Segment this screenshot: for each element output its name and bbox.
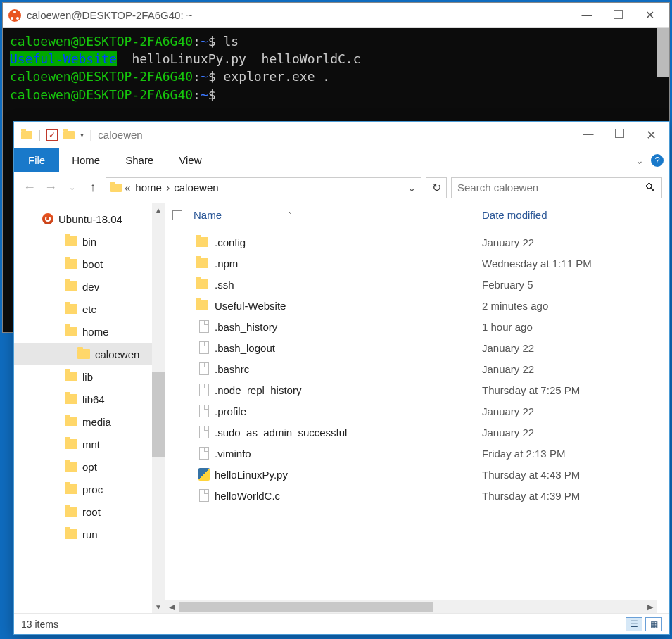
tree-item[interactable]: dev [14,275,165,298]
list-item[interactable]: .profileJanuary 22 [172,400,669,422]
column-name[interactable]: Name ˄ [194,209,482,221]
breadcrumb-segment[interactable]: home [135,182,162,194]
tree-item[interactable]: mnt [14,433,165,455]
file-name: .bashrc [215,363,482,375]
select-all-checkbox[interactable] [172,210,194,220]
list-item[interactable]: .bash_history1 hour ago [172,316,669,337]
scroll-right-button[interactable]: ▶ [644,602,657,612]
file-name: helloLinuxPy.py [215,469,482,481]
list-item[interactable]: helloLinuxPy.pyThursday at 4:43 PM [172,464,669,485]
list-item[interactable]: .node_repl_historyThursday at 7:25 PM [172,379,669,400]
tree-item[interactable]: opt [14,455,165,478]
ribbon-file-tab[interactable]: File [14,148,59,172]
list-item[interactable]: .sudo_as_admin_successfulJanuary 22 [172,422,669,443]
list-item[interactable]: .bashrcJanuary 22 [172,358,669,379]
list-header[interactable]: Name ˄ Date modified [165,203,669,227]
tree-item[interactable]: home [14,320,165,343]
details-view-button[interactable]: ☰ [626,617,642,631]
file-icon [199,447,209,460]
file-name: .ssh [215,279,482,291]
tree-scrollbar-thumb[interactable] [152,372,165,457]
tree-scroll-down[interactable]: ▼ [152,600,165,613]
file-name: .profile [215,405,482,417]
scroll-thumb[interactable] [179,602,433,612]
tree-item-selected[interactable]: caloewen [14,343,165,365]
tree-item[interactable]: etc [14,298,165,320]
tree-label: Ubuntu-18.04 [58,213,122,225]
tree-item[interactable]: boot [14,253,165,275]
nav-history-dropdown[interactable]: ⌄ [63,183,80,192]
search-box[interactable]: 🔍︎ [451,177,662,198]
folder-tree[interactable]: ▲ ▼ Ubuntu-18.04 bin boot dev etc home c… [14,203,165,613]
column-date[interactable]: Date modified [482,209,669,221]
ribbon-view-tab[interactable]: View [166,148,214,172]
tree-item-ubuntu[interactable]: Ubuntu-18.04 [14,208,165,230]
tree-label: mnt [82,438,100,450]
folder-icon [196,237,208,247]
tree-scroll-up[interactable]: ▲ [152,203,165,216]
folder-icon [65,484,77,494]
python-file-icon [198,468,210,481]
list-item[interactable]: Useful-Website2 minutes ago [172,295,669,316]
tree-item[interactable]: root [14,500,165,523]
address-bar[interactable]: home caloewen ⌄ [106,177,421,198]
refresh-button[interactable]: ↻ [426,177,447,198]
file-name: helloWorldC.c [215,490,482,502]
maximize-button[interactable] [614,10,623,19]
tree-item[interactable]: run [14,523,165,545]
list-item[interactable]: .npmWednesday at 1:11 PM [172,253,669,274]
ribbon-share-tab[interactable]: Share [113,148,166,172]
nav-up-button[interactable]: ↑ [84,180,101,195]
breadcrumb-root-icon[interactable] [122,182,133,194]
quick-access-dropdown-icon[interactable]: ▾ [80,131,84,139]
tree-item[interactable]: media [14,410,165,433]
file-date: Wednesday at 1:11 PM [482,258,669,270]
tree-label: etc [82,303,96,315]
tree-item[interactable]: proc [14,478,165,500]
ribbon-collapse-icon[interactable]: ⌄ [635,155,644,166]
ribbon-home-tab[interactable]: Home [59,148,113,172]
file-date: February 5 [482,279,669,291]
folder-icon [63,131,75,139]
breadcrumb-segment[interactable]: caloewen [174,182,218,194]
maximize-button[interactable] [615,129,624,138]
status-text: 13 items [21,619,58,630]
file-date: January 22 [482,426,669,438]
folder-icon [21,131,32,139]
search-input[interactable] [457,182,645,194]
folder-icon [77,349,90,359]
nav-back-button[interactable]: ← [21,180,38,195]
minimize-button[interactable] [574,127,602,143]
scroll-left-button[interactable]: ◀ [165,602,178,612]
close-button[interactable] [635,8,664,22]
file-icon [199,320,209,333]
horizontal-scrollbar[interactable]: ◀ ▶ [165,600,657,613]
tree-item[interactable]: lib [14,365,165,388]
list-item[interactable]: .configJanuary 22 [172,232,669,253]
folder-icon [65,507,77,517]
address-dropdown-icon[interactable]: ⌄ [407,182,417,194]
folder-icon [110,184,122,192]
list-item[interactable]: .bash_logoutJanuary 22 [172,337,669,358]
close-button[interactable] [637,127,665,143]
explorer-titlebar[interactable]: | ✓ ▾ | caloewen [14,122,669,148]
tree-item[interactable]: lib64 [14,388,165,410]
search-icon[interactable]: 🔍︎ [645,182,656,194]
list-item[interactable]: .viminfoFriday at 2:13 PM [172,443,669,464]
terminal-scrollbar[interactable] [657,28,669,77]
file-date: January 22 [482,342,669,354]
file-date: January 22 [482,363,669,375]
tree-item[interactable]: bin [14,230,165,253]
tree-label: lib64 [82,393,105,405]
help-icon[interactable]: ? [651,154,664,167]
list-item[interactable]: .sshFebruary 5 [172,274,669,295]
status-bar: 13 items ☰ ▦ [14,613,669,634]
thumbnails-view-button[interactable]: ▦ [645,617,662,631]
quick-access-checkbox-icon[interactable]: ✓ [46,129,58,141]
minimize-button[interactable] [573,8,601,22]
nav-forward-button[interactable]: → [42,180,59,195]
list-item[interactable]: helloWorldC.cThursday at 4:39 PM [172,485,669,506]
tree-label: proc [82,483,103,495]
tree-label: run [82,529,98,540]
terminal-titlebar[interactable]: caloewen@DESKTOP-2FA6G40: ~ [3,3,669,28]
